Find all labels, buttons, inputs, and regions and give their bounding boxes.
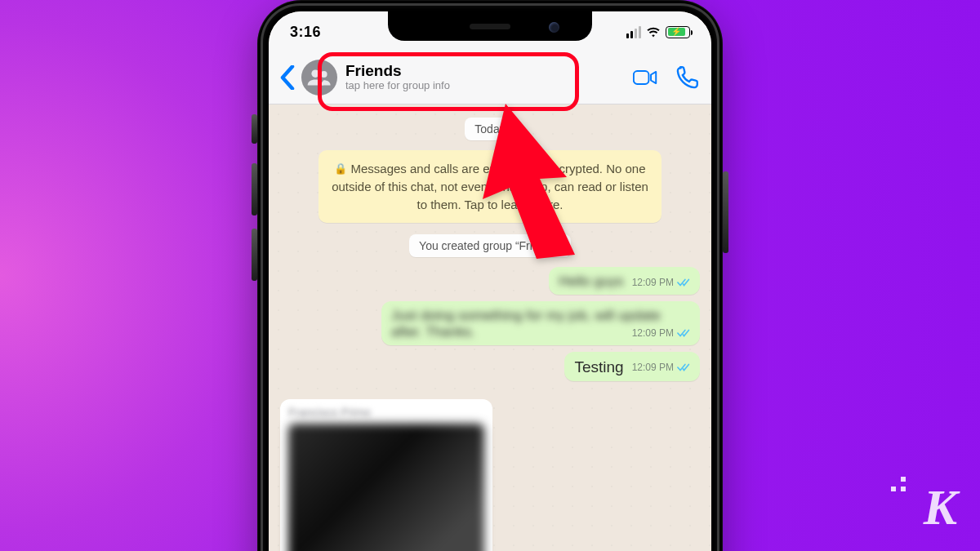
outgoing-message[interactable]: Hello guys 12:09 PM [549, 267, 700, 295]
message-text: Just doing something for my job, will up… [391, 308, 661, 340]
group-info-button[interactable]: Friends tap here for group info [301, 60, 628, 96]
chat-header: Friends tap here for group info [269, 51, 711, 104]
outgoing-message[interactable]: Testing 12:09 PM [564, 352, 700, 381]
read-ticks-icon [677, 362, 692, 372]
svg-point-0 [311, 69, 319, 78]
battery-icon: ⚡ [666, 26, 690, 38]
message-sender: Francisco Primo [288, 406, 484, 419]
mute-switch [252, 114, 257, 144]
svg-point-1 [321, 71, 327, 78]
message-text: Hello guys [559, 273, 623, 289]
chat-body[interactable]: Today 🔒Messages and calls are end-to-end… [269, 104, 711, 551]
message-time: 12:09 PM [632, 277, 674, 288]
message-image[interactable] [288, 424, 484, 551]
voice-call-button[interactable] [675, 65, 700, 90]
wifi-icon [646, 24, 661, 39]
volume-down [252, 229, 257, 281]
date-pill: Today [465, 118, 514, 140]
encryption-notice[interactable]: 🔒Messages and calls are end-to-end encry… [318, 150, 662, 223]
power-button [723, 171, 728, 253]
watermark-logo: K [924, 478, 956, 536]
back-button[interactable] [280, 65, 298, 90]
video-call-button[interactable] [633, 65, 657, 90]
svg-rect-2 [634, 71, 649, 84]
phone-screen: 3:16 ⚡ F [269, 11, 711, 551]
volume-up [252, 163, 257, 216]
notch [388, 11, 592, 41]
group-avatar-icon [301, 60, 337, 96]
incoming-message[interactable]: Francisco Primo [280, 399, 492, 551]
outgoing-message[interactable]: Just doing something for my job, will up… [381, 301, 700, 345]
message-text: Testing [574, 358, 623, 375]
lock-icon: 🔒 [334, 162, 347, 177]
system-message: You created group “Friends” [409, 234, 571, 257]
status-time: 3:16 [290, 24, 321, 41]
chat-subtitle: tap here for group info [345, 80, 450, 92]
chat-title: Friends [345, 62, 450, 80]
read-ticks-icon [677, 278, 692, 287]
cell-signal-icon [626, 26, 641, 38]
phone-device: 3:16 ⚡ F [257, 0, 723, 551]
status-icons: ⚡ [626, 24, 690, 39]
message-time: 12:09 PM [632, 327, 674, 339]
read-ticks-icon [677, 328, 692, 338]
message-time: 12:09 PM [632, 362, 674, 373]
